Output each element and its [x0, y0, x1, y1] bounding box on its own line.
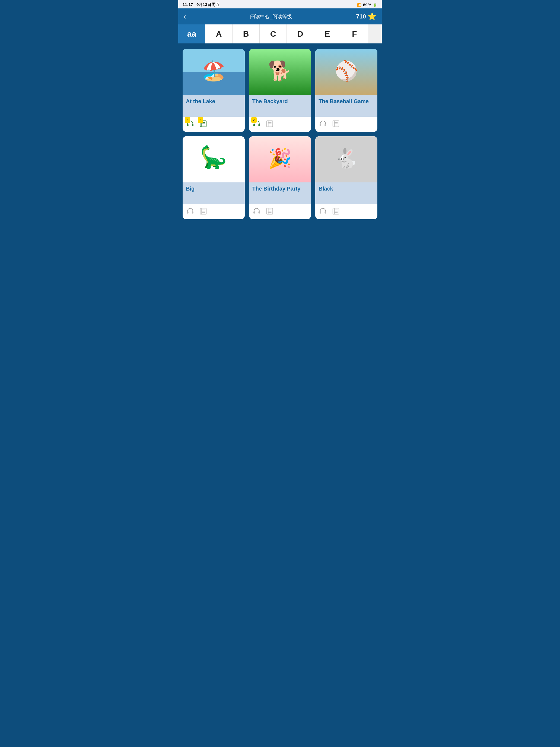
level-tab-d[interactable]: D [287, 24, 314, 44]
back-button[interactable]: ‹ [184, 13, 186, 20]
book-card-the-backyard[interactable]: The Backyard✓ [249, 49, 311, 132]
headphone-icon-the-birthday-party [252, 207, 261, 215]
svg-rect-0 [187, 124, 189, 126]
svg-rect-21 [187, 211, 189, 214]
wifi-icon: 📶 [357, 3, 362, 7]
book-cover-the-backyard [249, 49, 311, 95]
svg-rect-29 [258, 211, 260, 214]
read-button-black[interactable] [331, 207, 340, 215]
book-icon-the-baseball-game [331, 120, 340, 128]
headphone-icon-big [186, 207, 194, 215]
book-title-the-backyard: The Backyard [252, 98, 308, 105]
level-tab-c[interactable]: C [260, 24, 287, 44]
svg-rect-15 [325, 124, 326, 126]
book-cover-black [315, 136, 377, 182]
read-button-big[interactable] [199, 207, 208, 215]
header-title: 阅读中心_阅读等级 [250, 13, 292, 20]
audio-button-the-backyard[interactable]: ✓ [252, 120, 261, 128]
header: ‹ 阅读中心_阅读等级 710 ⭐ [178, 8, 382, 24]
book-cover-at-the-lake [183, 49, 245, 95]
book-cover-the-baseball-game [315, 49, 377, 95]
book-cover-big [183, 136, 245, 182]
svg-rect-1 [192, 124, 193, 126]
svg-rect-14 [320, 124, 321, 126]
headphone-icon-the-baseball-game [319, 120, 327, 128]
status-time-date: 11:17 9月13日周五 [183, 2, 219, 7]
svg-rect-7 [254, 124, 255, 126]
book-icon-the-backyard [265, 120, 274, 128]
status-bar: 11:17 9月13日周五 📶 89% 🔋 [178, 0, 382, 8]
read-button-the-birthday-party[interactable] [265, 207, 274, 215]
book-icon-big [199, 207, 208, 215]
audio-button-the-baseball-game[interactable] [319, 120, 327, 128]
book-card-the-baseball-game[interactable]: The Baseball Game [315, 49, 377, 132]
book-card-the-birthday-party[interactable]: The Birthday Party [249, 136, 311, 219]
level-tabs: aaABCDEF [178, 24, 382, 44]
level-tab-b[interactable]: B [233, 24, 260, 44]
status-right: 📶 89% 🔋 [357, 2, 377, 7]
headphone-icon-black [319, 207, 327, 215]
book-title-the-birthday-party: The Birthday Party [252, 185, 308, 192]
book-cover-the-birthday-party [249, 136, 311, 182]
book-title-black: Black [319, 185, 374, 192]
battery-percent: 89% [363, 2, 371, 7]
audio-button-big[interactable] [186, 207, 194, 215]
book-grid: At the Lake✓ ✓ The Backyard✓ The Basebal… [183, 49, 377, 219]
book-card-at-the-lake[interactable]: At the Lake✓ ✓ [183, 49, 245, 132]
read-button-the-baseball-game[interactable] [331, 120, 340, 128]
book-card-black[interactable]: Black [315, 136, 377, 219]
svg-rect-28 [254, 211, 255, 214]
audio-button-the-birthday-party[interactable] [252, 207, 261, 215]
read-button-at-the-lake[interactable]: ✓ [199, 120, 208, 128]
level-tab-a[interactable]: A [205, 24, 233, 44]
svg-rect-22 [192, 211, 193, 214]
level-tab-e[interactable]: E [314, 24, 341, 44]
book-title-at-the-lake: At the Lake [186, 98, 241, 105]
svg-rect-36 [325, 211, 326, 214]
audio-button-at-the-lake[interactable]: ✓ [186, 120, 194, 128]
read-button-the-backyard[interactable] [265, 120, 274, 128]
level-tab-aa[interactable]: aa [178, 24, 205, 44]
status-time: 11:17 [183, 2, 193, 7]
main-content: At the Lake✓ ✓ The Backyard✓ The Basebal… [178, 44, 382, 225]
audio-button-black[interactable] [319, 207, 327, 215]
status-date: 9月13日周五 [196, 2, 219, 7]
book-title-the-baseball-game: The Baseball Game [319, 98, 374, 105]
book-card-big[interactable]: Big [183, 136, 245, 219]
score-value: 710 [356, 13, 366, 20]
battery-icon: 🔋 [373, 3, 377, 7]
svg-rect-35 [320, 211, 321, 214]
book-icon-the-birthday-party [265, 207, 274, 215]
book-title-big: Big [186, 185, 241, 192]
header-score-area: 710 ⭐ [356, 12, 376, 21]
level-tab-f[interactable]: F [341, 24, 368, 44]
star-icon: ⭐ [368, 12, 376, 21]
book-icon-black [331, 207, 340, 215]
svg-rect-8 [258, 124, 260, 126]
